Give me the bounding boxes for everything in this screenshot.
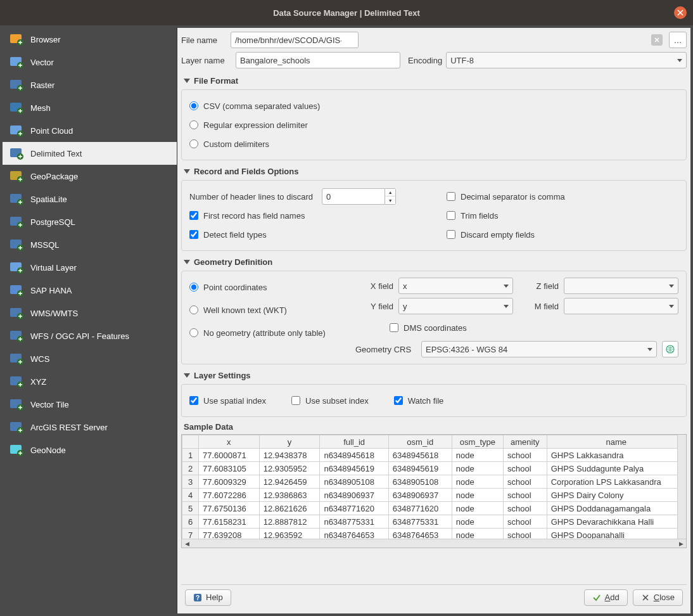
- x-field-select[interactable]: x: [398, 278, 513, 294]
- table-row[interactable]: 677.615823112.8887812n634877533163487753…: [182, 515, 686, 529]
- sample-data-table[interactable]: xyfull_idosm_idosm_typeamenityname177.60…: [182, 435, 686, 542]
- check-detect-types[interactable]: [189, 230, 198, 239]
- check-discard-empty[interactable]: [447, 230, 455, 239]
- file-name-input[interactable]: [231, 32, 359, 48]
- sidebar-item-point-cloud[interactable]: Point Cloud: [3, 119, 177, 142]
- table-cell: GHPS Lakkasandra: [547, 449, 685, 462]
- radio-wkt[interactable]: [189, 305, 198, 314]
- chevron-down-icon: [669, 305, 674, 308]
- table-cell: 12.8887812: [259, 515, 320, 529]
- table-row[interactable]: 277.608310512.9305952n634894561963489456…: [182, 462, 686, 475]
- close-button-label: Close: [654, 593, 675, 602]
- section-record-header[interactable]: Record and Fields Options: [181, 163, 687, 180]
- check-decimal-comma[interactable]: [447, 192, 455, 201]
- sidebar-item-virtual-layer[interactable]: Virtual Layer: [3, 256, 177, 279]
- sidebar-item-sap-hana[interactable]: SAP HANA: [3, 279, 177, 302]
- table-header[interactable]: osm_type: [452, 435, 503, 449]
- table-row[interactable]: 377.600932912.9426459n634890510863489051…: [182, 475, 686, 489]
- check-subset-index[interactable]: [291, 396, 300, 405]
- y-field-select[interactable]: y: [398, 298, 513, 314]
- sidebar-item-delimited-text[interactable]: Delimited Text: [3, 142, 177, 165]
- delimited-text-icon: [8, 146, 25, 161]
- encoding-select[interactable]: UTF-8: [446, 52, 687, 68]
- radio-csv[interactable]: [189, 101, 198, 110]
- layer-name-input[interactable]: [236, 52, 400, 68]
- spinner-up[interactable]: ▲: [385, 189, 395, 196]
- z-field-label: Z field: [521, 281, 559, 291]
- table-header[interactable]: name: [547, 435, 685, 449]
- radio-point-coords-label: Point coordinates: [203, 283, 267, 292]
- window-close-button[interactable]: [674, 6, 687, 19]
- sidebar-item-spatialite[interactable]: SpatiaLite: [3, 188, 177, 210]
- section-layer-settings-title: Layer Settings: [194, 371, 251, 380]
- section-file-format-header[interactable]: File Format: [181, 72, 687, 89]
- section-layer-settings: Use spatial index Use subset index Watch…: [181, 384, 687, 417]
- table-row[interactable]: 577.675013612.8621626n634877162063487716…: [182, 502, 686, 515]
- sidebar-item-label: XYZ: [30, 377, 46, 387]
- table-cell: n6348905108: [320, 475, 388, 489]
- table-cell: n6348906937: [320, 489, 388, 502]
- check-watch-file[interactable]: [394, 396, 403, 405]
- postgresql-icon: [8, 214, 25, 229]
- m-field-select[interactable]: [564, 298, 678, 314]
- radio-regex[interactable]: [189, 120, 198, 129]
- horizontal-scrollbar[interactable]: ◀ ▶: [182, 539, 686, 548]
- radio-nogeom[interactable]: [189, 328, 198, 337]
- bottom-bar: ? Help Add Close: [181, 584, 687, 610]
- scroll-right-icon[interactable]: ▶: [677, 540, 685, 548]
- check-first-record[interactable]: [189, 211, 198, 220]
- check-dms[interactable]: [390, 323, 398, 332]
- sidebar-item-vector-tile[interactable]: Vector Tile: [3, 393, 177, 416]
- table-header[interactable]: y: [259, 435, 320, 449]
- table-cell: 6348945619: [388, 462, 452, 475]
- chevron-down-icon: [677, 59, 682, 62]
- sidebar-item-arcgis[interactable]: ArcGIS REST Server: [3, 416, 177, 439]
- table-cell: GHPS Dairy Colony: [547, 489, 685, 502]
- spinner-down[interactable]: ▼: [385, 196, 395, 204]
- z-field-select[interactable]: [564, 278, 678, 294]
- table-header[interactable]: full_id: [320, 435, 388, 449]
- sidebar-item-geonode[interactable]: GeoNode: [3, 439, 177, 461]
- clear-filename-icon[interactable]: [651, 34, 663, 46]
- section-geometry-header[interactable]: Geometry Definition: [181, 253, 687, 271]
- section-layer-settings-header[interactable]: Layer Settings: [181, 367, 687, 384]
- wcs-icon: [8, 351, 25, 366]
- sidebar-item-xyz[interactable]: XYZ: [3, 370, 177, 393]
- table-header[interactable]: amenity: [504, 435, 547, 449]
- check-decimal-comma-label: Decimal separator is comma: [461, 192, 565, 202]
- crs-picker-button[interactable]: [662, 341, 678, 357]
- add-button[interactable]: Add: [584, 589, 628, 606]
- table-cell: 77.6000871: [199, 449, 260, 462]
- sidebar-item-mesh[interactable]: Mesh: [3, 96, 177, 119]
- sidebar: BrowserVectorRasterMeshPoint CloudDelimi…: [3, 28, 177, 613]
- sidebar-item-postgresql[interactable]: PostgreSQL: [3, 210, 177, 233]
- sidebar-item-browser[interactable]: Browser: [3, 28, 177, 51]
- table-header[interactable]: x: [199, 435, 260, 449]
- sidebar-item-label: WCS: [30, 354, 49, 364]
- table-cell: 77.6158231: [199, 515, 260, 529]
- sidebar-item-raster[interactable]: Raster: [3, 74, 177, 96]
- sidebar-item-wms-wmts[interactable]: WMS/WMTS: [3, 302, 177, 324]
- crs-select[interactable]: EPSG:4326 - WGS 84: [421, 341, 657, 357]
- vertical-scrollbar[interactable]: [677, 435, 686, 539]
- sidebar-item-wcs[interactable]: WCS: [3, 347, 177, 370]
- radio-custom[interactable]: [189, 139, 198, 148]
- table-header[interactable]: osm_id: [388, 435, 452, 449]
- help-button[interactable]: ? Help: [185, 589, 231, 606]
- table-cell: school: [504, 475, 547, 489]
- scroll-left-icon[interactable]: ◀: [183, 540, 191, 548]
- table-row[interactable]: 177.600087112.9438378n634894561863489456…: [182, 449, 686, 462]
- sidebar-item-mssql[interactable]: MSSQL: [3, 233, 177, 256]
- radio-point-coords[interactable]: [189, 283, 198, 292]
- sidebar-item-vector[interactable]: Vector: [3, 51, 177, 74]
- header-discard-input[interactable]: [322, 188, 385, 205]
- table-row[interactable]: 477.607228612.9386863n634890693763489069…: [182, 489, 686, 502]
- geonode-icon: [8, 442, 25, 458]
- browse-button[interactable]: …: [669, 32, 687, 48]
- check-spatial-index[interactable]: [189, 396, 198, 405]
- check-trim[interactable]: [447, 211, 455, 220]
- close-button[interactable]: Close: [633, 589, 683, 606]
- sidebar-item-label: GeoNode: [30, 446, 66, 455]
- sidebar-item-geopackage[interactable]: GeoPackage: [3, 165, 177, 188]
- sidebar-item-wfs[interactable]: WFS / OGC API - Features: [3, 324, 177, 347]
